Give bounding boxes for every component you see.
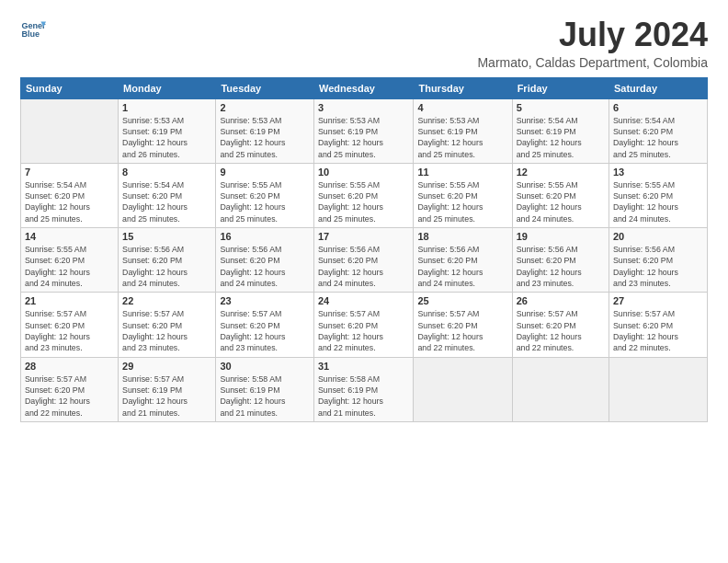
day-info: Sunrise: 5:53 AM Sunset: 6:19 PM Dayligh… (122, 115, 211, 160)
calendar-cell: 14Sunrise: 5:55 AM Sunset: 6:20 PM Dayli… (21, 228, 119, 293)
day-number: 14 (25, 231, 114, 242)
day-number: 2 (220, 102, 310, 113)
day-number: 15 (122, 231, 211, 242)
day-info: Sunrise: 5:54 AM Sunset: 6:19 PM Dayligh… (517, 115, 605, 160)
day-info: Sunrise: 5:57 AM Sunset: 6:20 PM Dayligh… (517, 308, 605, 353)
day-info: Sunrise: 5:53 AM Sunset: 6:19 PM Dayligh… (318, 115, 409, 160)
day-number: 24 (318, 295, 409, 306)
title-block: July 2024 Marmato, Caldas Department, Co… (477, 17, 708, 70)
day-number: 26 (517, 295, 605, 306)
calendar-week-row: 28Sunrise: 5:57 AM Sunset: 6:20 PM Dayli… (21, 357, 708, 421)
day-info: Sunrise: 5:56 AM Sunset: 6:20 PM Dayligh… (517, 244, 605, 289)
day-info: Sunrise: 5:56 AM Sunset: 6:20 PM Dayligh… (613, 244, 703, 289)
day-info: Sunrise: 5:57 AM Sunset: 6:20 PM Dayligh… (220, 308, 310, 353)
day-number: 20 (613, 231, 703, 242)
page: General Blue July 2024 Marmato, Caldas D… (0, 0, 728, 433)
day-number: 11 (417, 167, 507, 178)
day-number: 6 (613, 102, 703, 113)
day-info: Sunrise: 5:53 AM Sunset: 6:19 PM Dayligh… (417, 115, 507, 160)
calendar-cell: 11Sunrise: 5:55 AM Sunset: 6:20 PM Dayli… (414, 163, 512, 227)
calendar-table: SundayMondayTuesdayWednesdayThursdayFrid… (20, 77, 708, 422)
day-number: 19 (517, 231, 605, 242)
calendar-cell (512, 357, 609, 421)
calendar-week-row: 21Sunrise: 5:57 AM Sunset: 6:20 PM Dayli… (21, 293, 708, 357)
day-info: Sunrise: 5:55 AM Sunset: 6:20 PM Dayligh… (318, 179, 409, 224)
day-number: 25 (417, 295, 507, 306)
calendar-header-cell: Sunday (21, 77, 119, 98)
day-info: Sunrise: 5:56 AM Sunset: 6:20 PM Dayligh… (318, 244, 409, 289)
calendar-cell: 18Sunrise: 5:56 AM Sunset: 6:20 PM Dayli… (414, 228, 512, 293)
calendar-cell: 16Sunrise: 5:56 AM Sunset: 6:20 PM Dayli… (216, 228, 314, 293)
calendar-cell: 24Sunrise: 5:57 AM Sunset: 6:20 PM Dayli… (313, 293, 413, 357)
day-number: 16 (220, 231, 310, 242)
calendar-header-cell: Saturday (609, 77, 708, 98)
day-number: 30 (220, 361, 310, 372)
day-number: 18 (417, 231, 507, 242)
day-info: Sunrise: 5:55 AM Sunset: 6:20 PM Dayligh… (613, 179, 703, 224)
day-number: 22 (122, 295, 211, 306)
day-number: 9 (220, 167, 310, 178)
calendar-cell: 1Sunrise: 5:53 AM Sunset: 6:19 PM Daylig… (119, 98, 216, 163)
calendar-header-cell: Wednesday (313, 77, 413, 98)
day-info: Sunrise: 5:55 AM Sunset: 6:20 PM Dayligh… (25, 244, 114, 289)
calendar-cell (414, 357, 512, 421)
calendar-cell: 21Sunrise: 5:57 AM Sunset: 6:20 PM Dayli… (21, 293, 119, 357)
calendar-cell: 29Sunrise: 5:57 AM Sunset: 6:19 PM Dayli… (119, 357, 216, 421)
day-number: 21 (25, 295, 114, 306)
day-number: 12 (517, 167, 605, 178)
day-number: 23 (220, 295, 310, 306)
day-info: Sunrise: 5:56 AM Sunset: 6:20 PM Dayligh… (417, 244, 507, 289)
day-number: 28 (25, 361, 114, 372)
calendar-cell: 12Sunrise: 5:55 AM Sunset: 6:20 PM Dayli… (512, 163, 609, 227)
day-info: Sunrise: 5:55 AM Sunset: 6:20 PM Dayligh… (220, 179, 310, 224)
calendar-cell: 30Sunrise: 5:58 AM Sunset: 6:19 PM Dayli… (216, 357, 314, 421)
calendar-cell: 31Sunrise: 5:58 AM Sunset: 6:19 PM Dayli… (313, 357, 413, 421)
main-title: July 2024 (477, 17, 708, 53)
calendar-cell: 17Sunrise: 5:56 AM Sunset: 6:20 PM Dayli… (313, 228, 413, 293)
subtitle: Marmato, Caldas Department, Colombia (477, 55, 708, 70)
calendar-header-cell: Tuesday (216, 77, 314, 98)
calendar-cell: 26Sunrise: 5:57 AM Sunset: 6:20 PM Dayli… (512, 293, 609, 357)
day-info: Sunrise: 5:54 AM Sunset: 6:20 PM Dayligh… (122, 179, 211, 224)
calendar-cell: 19Sunrise: 5:56 AM Sunset: 6:20 PM Dayli… (512, 228, 609, 293)
calendar-header-cell: Thursday (414, 77, 512, 98)
day-number: 29 (122, 361, 211, 372)
logo: General Blue (20, 17, 46, 42)
day-number: 27 (613, 295, 703, 306)
calendar-cell: 6Sunrise: 5:54 AM Sunset: 6:20 PM Daylig… (609, 98, 708, 163)
day-info: Sunrise: 5:57 AM Sunset: 6:20 PM Dayligh… (613, 308, 703, 353)
day-number: 10 (318, 167, 409, 178)
day-info: Sunrise: 5:57 AM Sunset: 6:20 PM Dayligh… (25, 308, 114, 353)
day-number: 3 (318, 102, 409, 113)
day-number: 1 (122, 102, 211, 113)
day-info: Sunrise: 5:56 AM Sunset: 6:20 PM Dayligh… (220, 244, 310, 289)
day-info: Sunrise: 5:57 AM Sunset: 6:19 PM Dayligh… (122, 373, 211, 419)
day-number: 13 (613, 167, 703, 178)
day-info: Sunrise: 5:56 AM Sunset: 6:20 PM Dayligh… (122, 244, 211, 289)
header: General Blue July 2024 Marmato, Caldas D… (20, 17, 708, 70)
calendar-week-row: 1Sunrise: 5:53 AM Sunset: 6:19 PM Daylig… (21, 98, 708, 163)
day-info: Sunrise: 5:58 AM Sunset: 6:19 PM Dayligh… (318, 373, 409, 419)
calendar-cell: 15Sunrise: 5:56 AM Sunset: 6:20 PM Dayli… (119, 228, 216, 293)
calendar-header-cell: Monday (119, 77, 216, 98)
calendar-cell: 8Sunrise: 5:54 AM Sunset: 6:20 PM Daylig… (119, 163, 216, 227)
day-number: 5 (517, 102, 605, 113)
day-info: Sunrise: 5:57 AM Sunset: 6:20 PM Dayligh… (122, 308, 211, 353)
day-info: Sunrise: 5:53 AM Sunset: 6:19 PM Dayligh… (220, 115, 310, 160)
day-number: 8 (122, 167, 211, 178)
calendar-header-row: SundayMondayTuesdayWednesdayThursdayFrid… (21, 77, 708, 98)
calendar-cell: 27Sunrise: 5:57 AM Sunset: 6:20 PM Dayli… (609, 293, 708, 357)
day-info: Sunrise: 5:54 AM Sunset: 6:20 PM Dayligh… (613, 115, 703, 160)
calendar-cell: 7Sunrise: 5:54 AM Sunset: 6:20 PM Daylig… (21, 163, 119, 227)
calendar-cell: 22Sunrise: 5:57 AM Sunset: 6:20 PM Dayli… (119, 293, 216, 357)
day-number: 17 (318, 231, 409, 242)
calendar-header-cell: Friday (512, 77, 609, 98)
calendar-cell: 25Sunrise: 5:57 AM Sunset: 6:20 PM Dayli… (414, 293, 512, 357)
calendar-cell: 23Sunrise: 5:57 AM Sunset: 6:20 PM Dayli… (216, 293, 314, 357)
svg-text:Blue: Blue (21, 29, 40, 39)
calendar-cell: 2Sunrise: 5:53 AM Sunset: 6:19 PM Daylig… (216, 98, 314, 163)
day-number: 31 (318, 361, 409, 372)
calendar-cell: 9Sunrise: 5:55 AM Sunset: 6:20 PM Daylig… (216, 163, 314, 227)
calendar-week-row: 14Sunrise: 5:55 AM Sunset: 6:20 PM Dayli… (21, 228, 708, 293)
calendar-cell: 5Sunrise: 5:54 AM Sunset: 6:19 PM Daylig… (512, 98, 609, 163)
